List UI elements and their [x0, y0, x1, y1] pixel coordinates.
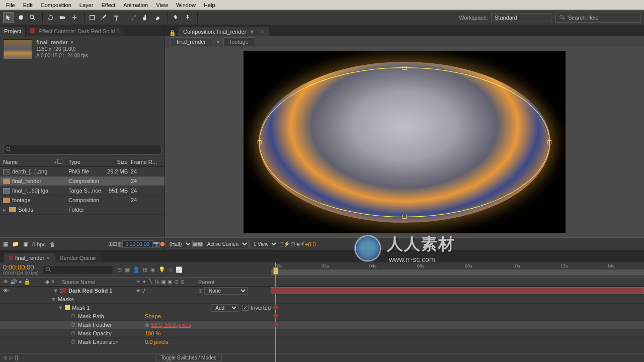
brainstorm-icon[interactable]: 💡	[158, 266, 166, 273]
exposure-value[interactable]: +0.0	[305, 241, 316, 247]
mask-feather-row[interactable]: ⏱ Mask Feather ⊚ 53.0, 53.0 pixels	[0, 321, 644, 329]
draft-3d-icon[interactable]: ▣	[125, 266, 130, 273]
snapshot-icon[interactable]: 📷	[153, 240, 160, 248]
twirl-icon[interactable]: ▼	[58, 305, 63, 311]
layer-row[interactable]: 👁 ▼1 Dark Red Solid 1 ✳/ ⊚ None	[0, 287, 644, 295]
mask-expansion-value[interactable]: 0.0 pixels	[145, 339, 271, 345]
toggle-switches-icon[interactable]: ⊚ ▷ {}	[0, 354, 18, 361]
bpc-display[interactable]: 8 bpc	[32, 241, 46, 247]
item-menu-icon[interactable]: ▼	[70, 39, 74, 46]
resolution-selector[interactable]: (Half)	[165, 240, 193, 248]
tab-effect-controls[interactable]: Effect Controls: Dark Red Solid 1	[26, 27, 124, 36]
resolution-icon[interactable]: ⊞ ⊟ ▥ 0;00;00;00 📷 ⬢ (Half) ▣ ▦ Active C…	[208, 240, 216, 248]
lock-col-icon[interactable]: 🔒	[24, 279, 31, 285]
roi-icon[interactable]: ▣	[193, 240, 198, 248]
keyframe-icon[interactable]	[273, 313, 278, 318]
tab-project[interactable]: Project	[0, 27, 26, 36]
comp-mini-icon[interactable]: ⊟	[117, 266, 122, 273]
flowchart-icon[interactable]: ◈	[296, 240, 300, 248]
stopwatch-icon[interactable]: ⏱	[70, 339, 76, 345]
search-help-input[interactable]: Search Help	[555, 13, 641, 23]
solo-col-icon[interactable]: ●	[19, 279, 22, 285]
mask-row[interactable]: ▼ Mask 1 Add Inverted	[0, 304, 644, 312]
layer-bar[interactable]	[271, 287, 644, 294]
current-time[interactable]: 0;00;00;00	[122, 240, 153, 248]
text-tool-icon[interactable]: T	[111, 12, 122, 23]
graph-editor-icon[interactable]: 📈	[176, 266, 183, 273]
keyframe-icon[interactable]	[273, 304, 278, 310]
subtab-footage[interactable]: footage	[223, 37, 255, 46]
guides-icon[interactable]: ▥	[117, 240, 122, 248]
video-col-icon[interactable]: 👁	[3, 279, 9, 285]
col-frame[interactable]: Frame R...	[131, 159, 165, 165]
twirl-icon[interactable]: ▼	[53, 288, 58, 294]
stopwatch-icon[interactable]: ⏱	[70, 313, 76, 319]
menu-window[interactable]: Window	[172, 1, 200, 9]
camera-selector[interactable]: Active Camera	[203, 240, 249, 248]
time-ruler[interactable]: 00s 02s 04s 06s 08s 10s 12s 14s	[271, 262, 644, 277]
num-col[interactable]: #	[51, 279, 61, 285]
tab-composition[interactable]: Composition: final_render▼×	[178, 27, 269, 36]
project-row[interactable]: footage Composition 24	[0, 196, 165, 205]
project-row[interactable]: ▸Solids Folder	[0, 205, 165, 215]
grid-icon[interactable]: ⊟	[113, 240, 117, 248]
clone-tool-icon[interactable]	[140, 12, 151, 23]
eye-icon[interactable]: 👁	[3, 288, 9, 294]
auto-keyframe-icon[interactable]: ◇	[169, 266, 173, 273]
comp-thumbnail[interactable]	[3, 39, 32, 59]
mask-mode-selector[interactable]: Add	[211, 304, 238, 312]
project-row[interactable]: final_render Composition 24	[0, 176, 165, 186]
brush-tool-icon[interactable]	[128, 12, 139, 23]
eraser-tool-icon[interactable]	[152, 12, 164, 23]
project-row[interactable]: depth_[...].png PNG file 29.2 MB 24	[0, 167, 165, 176]
menu-edit[interactable]: Edit	[19, 1, 37, 9]
project-search-input[interactable]	[3, 145, 162, 155]
menu-layer[interactable]: Layer	[75, 1, 98, 9]
anchor-tool-icon[interactable]	[69, 12, 80, 23]
cti-head[interactable]	[273, 267, 278, 275]
parent-col[interactable]: Parent	[198, 279, 254, 285]
mask-expansion-row[interactable]: ⏱ Mask Expansion 0.0 pixels	[0, 338, 644, 346]
parent-selector[interactable]: None	[204, 287, 248, 295]
frame-blend-icon[interactable]: ⊞	[143, 266, 147, 273]
exposure-reset-icon[interactable]: ☀	[300, 240, 305, 248]
mask-opacity-value[interactable]: 100 %	[145, 330, 271, 336]
mask-path-value[interactable]: Shape...	[145, 313, 271, 319]
menu-composition[interactable]: Composition	[37, 1, 75, 9]
audio-col-icon[interactable]: 🔊	[10, 279, 17, 285]
selection-tool-icon[interactable]	[3, 12, 14, 23]
menu-file[interactable]: File	[2, 1, 19, 9]
menu-effect[interactable]: Effect	[97, 1, 119, 9]
mask-path-row[interactable]: ⏱ Mask Path Shape...	[0, 312, 644, 321]
motion-blur-icon[interactable]: ◉	[150, 266, 155, 273]
col-name[interactable]: Name▲	[0, 159, 57, 165]
fast-preview-icon[interactable]: ⚡	[283, 240, 290, 248]
comp-canvas[interactable]: 人人素材 www.rr-sc.com	[165, 47, 644, 237]
col-tag[interactable]	[57, 159, 68, 165]
project-row[interactable]: final_r...60].tga Targa S...nce 951 MB 2…	[0, 186, 165, 196]
toggle-switches-button[interactable]: Toggle Switches / Modes	[155, 354, 222, 361]
new-comp-icon[interactable]: ▣	[23, 241, 28, 247]
stopwatch-icon[interactable]: ⏱	[70, 330, 76, 336]
views-selector[interactable]: 1 View	[249, 240, 278, 248]
name-col[interactable]: Source Name	[61, 279, 133, 285]
menu-view[interactable]: View	[152, 1, 172, 9]
pen-tool-icon[interactable]	[99, 12, 110, 23]
interpret-icon[interactable]: ▦	[3, 241, 8, 247]
tab-timeline-comp[interactable]: final_render×	[4, 253, 55, 262]
new-folder-icon[interactable]: 📁	[12, 241, 19, 247]
shape-tool-icon[interactable]	[87, 12, 98, 23]
rotate-tool-icon[interactable]	[45, 12, 56, 23]
keyframe-icon[interactable]	[273, 321, 278, 327]
mask-feather-value[interactable]: 53.0, 53.0 pixels	[151, 322, 191, 328]
menu-help[interactable]: Help	[200, 1, 219, 9]
camera-tool-icon[interactable]	[57, 12, 68, 23]
tab-render-queue[interactable]: Render Queue	[55, 253, 101, 262]
hand-tool-icon[interactable]	[15, 12, 26, 23]
trash-icon[interactable]: 🗑	[50, 241, 55, 247]
hide-shy-icon[interactable]: 👤	[133, 266, 140, 273]
col-size[interactable]: Size	[106, 159, 131, 165]
mask-color-icon[interactable]	[65, 305, 70, 310]
timeline-icon[interactable]: ⏱	[290, 240, 296, 248]
puppet-tool-icon[interactable]	[182, 12, 193, 23]
